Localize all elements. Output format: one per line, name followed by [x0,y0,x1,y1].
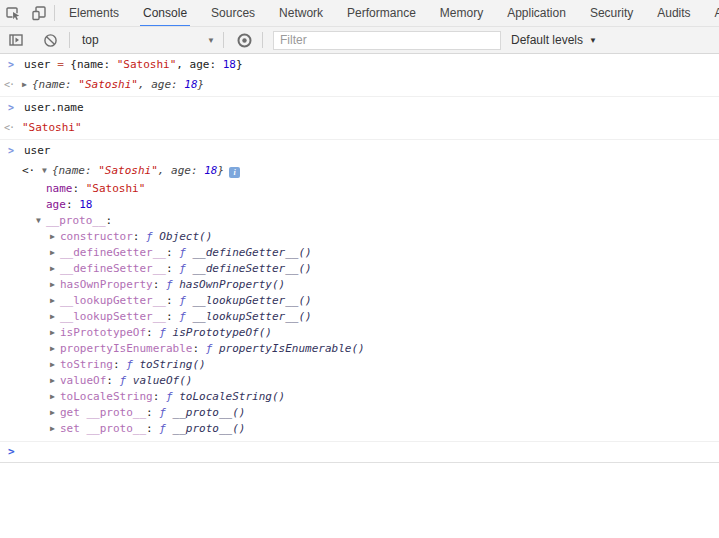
expand-triangle-icon[interactable]: ▶ [50,261,60,277]
property-name: set __proto__ [60,422,146,435]
collapse-triangle-icon[interactable]: ▼ [42,163,52,179]
proto-row: ▼__proto__: [0,213,719,229]
property-name: toLocaleString [60,390,153,403]
property-name: __proto__ [46,214,106,227]
object-preview: , age: [138,78,184,91]
function-signature: toString() [139,358,205,371]
console-command: > user [0,141,719,161]
console-command: > user.name [0,98,719,118]
property-separator: : [146,422,159,435]
expand-triangle-icon[interactable]: ▶ [50,357,60,373]
tab-sources[interactable]: Sources [199,0,267,27]
function-prefix: ƒ [146,230,153,243]
tab-clipped[interactable]: A [703,0,719,27]
code-operator: = [57,58,64,71]
property-row: ▶isPrototypeOf: ƒ isPrototypeOf() [0,325,719,341]
show-console-sidebar-button[interactable] [3,28,29,52]
property-name: get __proto__ [60,406,146,419]
object-preview-string: "Satoshi" [78,78,138,91]
property-row: ▶__lookupGetter__: ƒ __lookupGetter__() [0,293,719,309]
tab-network[interactable]: Network [267,0,335,27]
property-row: age: 18 [0,197,719,213]
filter-input[interactable] [273,31,501,50]
function-signature: valueOf() [133,374,193,387]
command-chevron-icon: > [8,57,14,73]
console-output: > user = {name: "Satoshi", age: 18} <· ▶… [0,54,719,463]
function-prefix: ƒ [206,342,213,355]
console-entry-group: > user <· ▼{name: "Satoshi", age: 18}i n… [0,140,719,442]
property-separator: : [166,310,179,323]
expand-triangle-icon[interactable]: ▶ [50,341,60,357]
log-levels-label: Default levels [511,33,583,47]
toggle-device-toolbar-button[interactable] [26,1,52,25]
expand-triangle-icon[interactable]: ▶ [50,421,60,437]
context-selector-value: top [82,33,99,47]
expand-triangle-icon[interactable]: ▶ [50,325,60,341]
tab-label: Audits [657,6,690,20]
code-text: {name: [64,58,117,71]
property-value-string: "Satoshi" [86,182,146,195]
result-arrow-icon: <· [4,120,14,136]
function-signature: __lookupGetter__() [192,294,311,307]
function-signature: toLocaleString() [179,390,285,403]
property-name: __defineGetter__ [60,246,166,259]
function-prefix: ƒ [166,278,173,291]
property-name: constructor [60,230,133,243]
function-signature: __proto__() [173,406,246,419]
clear-console-button[interactable] [37,28,63,52]
tab-elements[interactable]: Elements [57,0,131,27]
evaluated-info-icon[interactable]: i [229,167,240,178]
property-row: ▶toString: ƒ toString() [0,357,719,373]
tab-performance[interactable]: Performance [335,0,428,27]
javascript-context-selector[interactable]: top ▼ [82,33,215,47]
property-separator: : [133,230,146,243]
function-prefix: ƒ [179,262,186,275]
property-separator: : [73,182,86,195]
property-separator: : [146,326,159,339]
create-live-expression-button[interactable] [231,28,257,52]
function-signature: __defineGetter__() [192,246,311,259]
property-name: isPrototypeOf [60,326,146,339]
expand-triangle-icon[interactable]: ▶ [50,389,60,405]
log-levels-dropdown[interactable]: Default levels ▼ [511,33,597,47]
object-preview: } [217,164,224,177]
code-text: , age: [176,58,222,71]
property-name: __lookupGetter__ [60,294,166,307]
inspect-cursor-icon [5,5,21,21]
function-prefix: ƒ [159,326,166,339]
property-separator: : [153,278,166,291]
property-name: __defineSetter__ [60,262,166,275]
tab-console[interactable]: Console [131,0,199,27]
property-value-number: 18 [79,198,92,211]
expand-triangle-icon[interactable]: ▶ [22,77,32,93]
expand-triangle-icon[interactable]: ▶ [50,229,60,245]
console-sidebar-icon [8,32,24,48]
code-text: user [24,144,51,157]
device-toolbar-icon [31,5,47,21]
tab-application[interactable]: Application [495,0,578,27]
expand-triangle-icon[interactable]: ▶ [50,293,60,309]
property-separator: : [146,406,159,419]
console-result: <· ▶{name: "Satoshi", age: 18} [0,75,719,95]
expand-triangle-icon[interactable]: ▶ [50,245,60,261]
property-separator: : [106,214,113,227]
inspect-element-button[interactable] [0,1,26,25]
tab-memory[interactable]: Memory [428,0,495,27]
function-signature: isPrototypeOf() [173,326,272,339]
tab-label: Application [507,6,566,20]
console-prompt[interactable]: > [0,442,719,463]
function-prefix: ƒ [120,374,127,387]
tab-label: Performance [347,6,416,20]
expand-triangle-icon[interactable]: ▶ [50,309,60,325]
console-toolbar: top ▼ Default levels ▼ [0,27,719,54]
tab-label: Security [590,6,633,20]
expand-triangle-icon[interactable]: ▶ [50,277,60,293]
tab-security[interactable]: Security [578,0,645,27]
devtools-window: Elements Console Sources Network Perform… [0,0,719,463]
expand-triangle-icon[interactable]: ▶ [50,405,60,421]
collapse-triangle-icon[interactable]: ▼ [36,213,46,229]
property-row: ▶set __proto__: ƒ __proto__() [0,421,719,437]
expand-triangle-icon[interactable]: ▶ [50,373,60,389]
tab-audits[interactable]: Audits [645,0,702,27]
function-prefix: ƒ [179,294,186,307]
